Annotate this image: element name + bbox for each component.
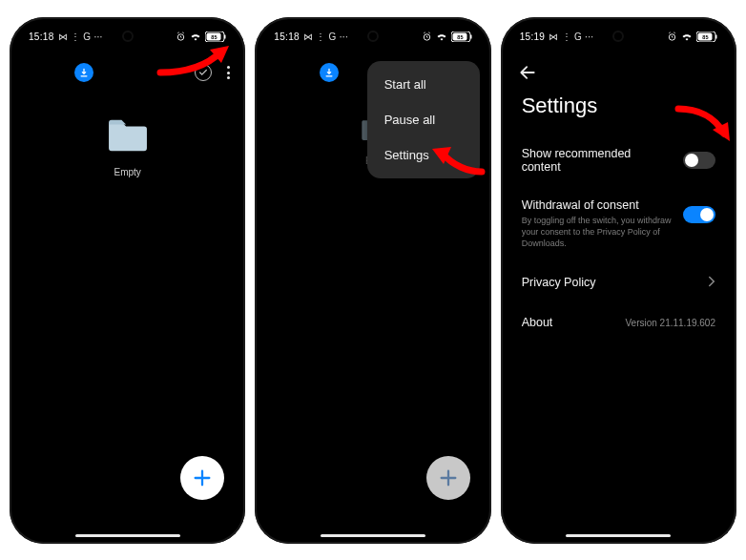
wifi-icon — [436, 31, 447, 41]
phone-2: 15:18 ⋈ ⋮ G ··· 85 Emp Start all Pause a… — [255, 17, 490, 544]
row-subtitle: By toggling off the switch, you withdraw… — [522, 215, 672, 249]
row-title: Show recommended content — [522, 147, 673, 174]
status-left-indicators: ⋈ ⋮ G ··· — [549, 31, 593, 42]
row-privacy-policy[interactable]: Privacy Policy — [522, 262, 715, 304]
camera-hole — [367, 31, 379, 42]
battery-icon: 85 — [205, 31, 226, 42]
wifi-icon — [190, 31, 201, 41]
home-indicator[interactable] — [75, 534, 180, 537]
download-indicator-icon[interactable] — [320, 63, 339, 82]
svg-text:85: 85 — [702, 33, 708, 39]
camera-hole — [612, 31, 624, 42]
svg-text:85: 85 — [212, 33, 218, 39]
download-indicator-icon[interactable] — [74, 63, 93, 82]
row-title: Privacy Policy — [522, 276, 596, 289]
settings-list: Show recommended content Withdrawal of c… — [522, 135, 715, 342]
overflow-menu: Start all Pause all Settings — [367, 61, 480, 178]
svg-rect-12 — [715, 34, 717, 38]
folder-label: Empty — [106, 167, 150, 177]
about-version: Version 21.11.19.602 — [625, 318, 715, 328]
phone-1: 15:18 ⋈ ⋮ G ··· 85 — [10, 17, 245, 544]
home-indicator[interactable] — [321, 534, 425, 537]
status-time: 15:18 — [29, 31, 54, 42]
menu-item-pause-all[interactable]: Pause all — [367, 102, 480, 137]
row-title: Withdrawal of consent — [522, 198, 672, 212]
fab-add-button[interactable] — [426, 456, 470, 500]
chevron-right-icon — [708, 274, 715, 291]
battery-icon: 85 — [696, 31, 717, 42]
fab-add-button[interactable] — [180, 456, 224, 500]
overflow-menu-button[interactable] — [227, 66, 230, 79]
status-left-indicators: ⋈ ⋮ G ··· — [58, 31, 103, 42]
row-title: About — [522, 316, 553, 329]
folder-icon — [106, 117, 150, 154]
downloads-toolbar — [10, 55, 245, 90]
row-show-recommended[interactable]: Show recommended content — [522, 135, 715, 187]
toggle-show-recommended[interactable] — [683, 152, 715, 169]
back-button[interactable] — [518, 63, 537, 86]
status-left-indicators: ⋈ ⋮ G ··· — [303, 31, 348, 42]
svg-rect-2 — [224, 34, 226, 38]
status-time: 15:19 — [520, 31, 546, 42]
menu-item-settings[interactable]: Settings — [367, 137, 480, 173]
svg-text:85: 85 — [457, 33, 463, 39]
alarm-icon — [667, 31, 677, 42]
camera-hole — [122, 31, 134, 42]
page-title: Settings — [522, 93, 598, 118]
row-about[interactable]: About Version 21.11.19.602 — [522, 304, 715, 342]
alarm-icon — [422, 31, 432, 42]
toggle-withdrawal-consent[interactable] — [683, 206, 715, 223]
folder-block[interactable]: Empty — [106, 117, 150, 177]
wifi-icon — [681, 31, 693, 41]
phone-3: 15:19 ⋈ ⋮ G ··· 85 Settings Show recomme… — [501, 17, 736, 544]
svg-rect-7 — [470, 34, 472, 38]
menu-item-start-all[interactable]: Start all — [367, 67, 480, 102]
select-mode-button[interactable] — [195, 64, 212, 81]
alarm-icon — [176, 31, 186, 42]
home-indicator[interactable] — [566, 534, 671, 537]
status-time: 15:18 — [274, 31, 300, 42]
battery-icon: 85 — [451, 31, 472, 42]
row-withdrawal-consent[interactable]: Withdrawal of consent By toggling off th… — [522, 187, 715, 262]
